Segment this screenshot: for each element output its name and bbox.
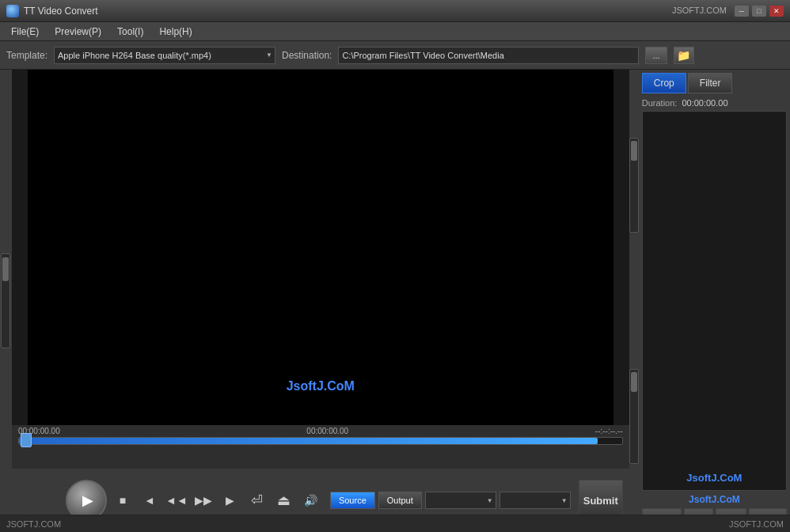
minimize-button[interactable]: ─ — [735, 6, 749, 17]
crop-filter-tabs: Crop Filter — [642, 73, 787, 93]
rewind-button[interactable]: ◄◄ — [165, 491, 188, 510]
crop-tab[interactable]: Crop — [642, 73, 686, 93]
video-container: JsoftJ.CoM — [12, 70, 629, 425]
close-button[interactable]: ✕ — [769, 6, 784, 17]
stop-button[interactable]: ■ — [112, 491, 134, 510]
filter-tab[interactable]: Filter — [688, 73, 733, 93]
output-button[interactable]: Output — [378, 492, 422, 509]
status-bar: JSOFTJ.COM JSOFTJ.COM — [0, 515, 790, 532]
video-watermark: JsoftJ.CoM — [287, 379, 355, 393]
right-scroll-top-thumb — [631, 141, 637, 161]
volume-button[interactable]: 🔊 — [300, 491, 322, 510]
left-scrollbar-thumb — [2, 257, 9, 281]
center-right-scrollbar-area — [629, 70, 639, 532]
timeline-times: 00:00:00.00 00:00:00.00 --:--:--.-- — [18, 427, 623, 435]
duration-row: Duration: 00:00:00.00 — [642, 98, 787, 108]
maximize-button[interactable]: □ — [752, 6, 766, 17]
status-right: JSOFTJ.COM — [729, 519, 784, 529]
menu-preview[interactable]: Preview(P) — [47, 24, 109, 40]
app-icon — [6, 5, 19, 17]
forward-button[interactable]: ▶▶ — [192, 491, 215, 510]
title-bar-controls: ─ □ ✕ — [735, 6, 784, 17]
prev-frame-button[interactable]: ◄ — [139, 491, 161, 510]
menu-tool[interactable]: Tool(I) — [109, 24, 151, 40]
main-area: JsoftJ.CoM 00:00:00.00 00:00:00.00 --:--… — [0, 70, 790, 532]
dest-label: Destination: — [282, 50, 332, 61]
template-select-wrapper: Apple iPhone H264 Base quality(*.mp4) — [54, 47, 275, 64]
menu-help[interactable]: Help(H) — [151, 24, 199, 40]
timeline-track[interactable] — [18, 437, 623, 445]
right-scroll-bottom[interactable] — [629, 369, 639, 464]
timeline-thumb[interactable] — [21, 433, 32, 447]
folder-button[interactable]: 📁 — [674, 47, 694, 64]
preview-box: JsoftJ.CoM — [642, 111, 787, 491]
time-mid: 00:00:00.00 — [306, 427, 348, 435]
right-scroll-top[interactable] — [629, 138, 639, 233]
template-select[interactable]: Apple iPhone H264 Base quality(*.mp4) — [54, 47, 275, 64]
right-scroll-bottom-thumb — [631, 372, 637, 392]
mark-out-button[interactable]: ⏏ — [273, 491, 295, 510]
dropdown2-select[interactable] — [499, 492, 571, 509]
time-end: --:--:--.-- — [595, 427, 623, 435]
template-label: Template: — [6, 50, 47, 61]
source-button[interactable]: Source — [330, 492, 375, 509]
title-bar-left: TT Video Convert — [6, 5, 98, 17]
timeline-progress — [19, 438, 598, 444]
source-output-row: Source Output — [330, 492, 571, 509]
right-panel: Crop Filter Duration: 00:00:00.00 JsoftJ… — [639, 70, 790, 532]
video-left-bar — [12, 70, 28, 425]
video-right-bar — [613, 70, 629, 425]
source-output-area: Source Output — [330, 492, 571, 509]
menu-bar: File(E) Preview(P) Tool(I) Help(H) — [0, 22, 790, 41]
center-panel: JsoftJ.CoM 00:00:00.00 00:00:00.00 --:--… — [12, 70, 629, 532]
mark-in-button[interactable]: ⏎ — [246, 491, 268, 510]
dropdown1-select[interactable] — [425, 492, 496, 509]
left-scrollbar[interactable] — [1, 253, 10, 348]
left-scroll-panel — [0, 70, 12, 532]
duration-label: Duration: — [642, 98, 678, 108]
dest-input[interactable] — [338, 47, 639, 64]
next-frame-button[interactable]: ▶ — [219, 491, 241, 510]
browse-button[interactable]: ... — [645, 47, 667, 64]
status-left: JSOFTJ.COM — [6, 519, 61, 529]
dropdown1-wrapper — [425, 492, 496, 509]
dropdown2-wrapper — [499, 492, 571, 509]
title-bar: TT Video Convert JSOFTJ.COM ─ □ ✕ — [0, 0, 790, 22]
preview-watermark: JsoftJ.CoM — [686, 472, 742, 484]
jsoftj-top-logo: JSOFTJ.COM — [672, 6, 727, 15]
right-watermark: JsoftJ.CoM — [642, 494, 787, 505]
timeline-area: 00:00:00.00 00:00:00.00 --:--:--.-- — [12, 425, 629, 469]
duration-value: 00:00:00.00 — [682, 98, 727, 108]
title-text: TT Video Convert — [24, 6, 98, 17]
menu-file[interactable]: File(E) — [3, 24, 47, 40]
template-bar: Template: Apple iPhone H264 Base quality… — [0, 41, 790, 70]
